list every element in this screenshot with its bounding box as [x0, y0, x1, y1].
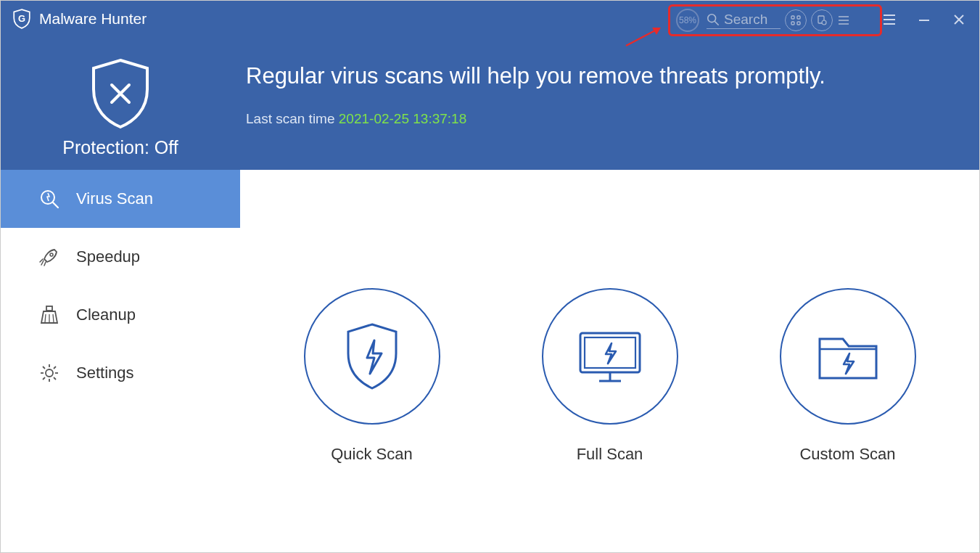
highlighted-toolbar: 58% [668, 4, 882, 36]
last-scan-time: 2021-02-25 13:37:18 [339, 111, 466, 126]
sidebar-item-virus-scan[interactable]: Virus Scan [1, 170, 240, 228]
svg-line-34 [54, 366, 56, 369]
rocket-icon [37, 245, 62, 269]
quick-scan-label: Quick Scan [331, 445, 413, 464]
full-scan-card[interactable]: Full Scan [542, 288, 678, 464]
custom-scan-card[interactable]: Custom Scan [780, 288, 916, 464]
svg-rect-6 [797, 22, 800, 25]
svg-rect-4 [797, 16, 800, 19]
sidebar-item-label: Settings [76, 364, 134, 382]
main: Quick Scan Full Scan Custom Scan [240, 170, 979, 552]
svg-point-1 [708, 15, 716, 22]
search-field[interactable] [707, 12, 781, 29]
sidebar-item-settings[interactable]: Settings [1, 344, 240, 402]
annotation-arrow-icon [625, 25, 661, 47]
protection-shield-icon [88, 57, 153, 130]
quick-scan-card[interactable]: Quick Scan [304, 288, 440, 464]
sidebar-item-label: Cleanup [76, 306, 136, 324]
apps-grid-icon[interactable] [785, 9, 807, 31]
svg-point-27 [46, 369, 53, 377]
svg-line-21 [53, 202, 58, 208]
mini-menu-icon[interactable] [837, 14, 850, 27]
broom-icon [37, 303, 62, 327]
svg-rect-3 [791, 16, 794, 19]
svg-line-33 [54, 377, 56, 380]
svg-point-8 [822, 20, 826, 25]
svg-rect-37 [585, 337, 635, 368]
body: Virus Scan Speedup Cleanup Settings Q [1, 170, 979, 552]
custom-scan-label: Custom Scan [799, 445, 895, 464]
full-scan-icon [542, 288, 678, 425]
svg-line-2 [715, 22, 719, 25]
svg-line-35 [43, 377, 45, 380]
svg-text:G: G [18, 13, 25, 24]
virus-scan-icon [37, 187, 62, 211]
quick-scan-icon [304, 288, 440, 425]
header: G Malware Hunter Protection: Off Regular… [1, 1, 979, 170]
search-icon [707, 13, 720, 26]
progress-percent-value: 58% [679, 15, 696, 25]
protection-status: Protection: Off [62, 137, 178, 158]
svg-line-32 [43, 366, 45, 369]
window-controls [878, 9, 970, 30]
main-heading: Regular virus scans will help you remove… [246, 63, 979, 89]
sidebar-item-label: Speedup [76, 247, 140, 266]
minimize-button[interactable] [913, 9, 935, 30]
svg-line-24 [45, 314, 46, 322]
svg-line-26 [53, 314, 54, 322]
custom-scan-icon [780, 288, 916, 425]
sidebar-item-cleanup[interactable]: Cleanup [1, 286, 240, 344]
svg-rect-23 [46, 306, 52, 311]
search-input[interactable] [724, 12, 781, 28]
sidebar-item-label: Virus Scan [76, 189, 153, 208]
document-lock-icon[interactable] [811, 9, 833, 31]
svg-line-12 [626, 30, 656, 46]
svg-rect-5 [791, 22, 794, 25]
app-title-text: Malware Hunter [39, 10, 147, 28]
svg-rect-36 [580, 333, 640, 372]
full-scan-label: Full Scan [577, 445, 643, 464]
svg-point-22 [50, 253, 53, 256]
last-scan-prefix: Last scan time [246, 111, 339, 126]
close-button[interactable] [948, 9, 970, 30]
app-logo-icon: G [12, 9, 32, 29]
last-scan-row: Last scan time 2021-02-25 13:37:18 [246, 111, 979, 127]
main-menu-icon[interactable] [878, 9, 900, 30]
sidebar: Virus Scan Speedup Cleanup Settings [1, 170, 240, 552]
gear-icon [37, 361, 62, 385]
app-title: G Malware Hunter [12, 9, 147, 29]
sidebar-item-speedup[interactable]: Speedup [1, 228, 240, 286]
progress-percent[interactable]: 58% [676, 9, 699, 32]
